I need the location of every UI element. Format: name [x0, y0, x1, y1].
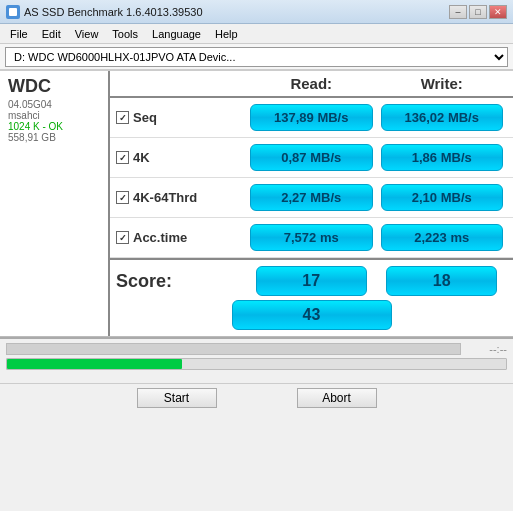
maximize-button[interactable]: □: [469, 5, 487, 19]
window-controls: – □ ✕: [449, 5, 507, 19]
bench-read-4k64thrd: 2,27 MB/s: [246, 182, 377, 213]
bench-read-seq: 137,89 MB/s: [246, 102, 377, 133]
main-area: WDC 04.05G04 msahci 1024 K - OK 558,91 G…: [0, 71, 513, 337]
sidebar-brand: WDC: [8, 77, 100, 97]
bench-label-acctime: ✓ Acc.time: [116, 230, 246, 245]
score-write-cell: 18: [377, 266, 508, 296]
checkbox-4k64thrd[interactable]: ✓: [116, 191, 129, 204]
sidebar-model: 04.05G04: [8, 99, 100, 110]
bench-row-4k: ✓ 4K 0,87 MB/s 1,86 MB/s: [110, 138, 513, 178]
bench-header-write: Write:: [377, 75, 508, 92]
title-text: AS SSD Benchmark 1.6.4013.39530: [24, 6, 203, 18]
bottom-bar: Start Abort: [0, 383, 513, 411]
bench-read-seq-value: 137,89 MB/s: [250, 104, 373, 131]
menu-bar: File Edit View Tools Language Help: [0, 24, 513, 44]
progress-row-top: --:--: [6, 343, 507, 355]
score-label: Score:: [116, 271, 246, 292]
bench-write-4k: 1,86 MB/s: [377, 142, 508, 173]
score-section: Score: 17 18 43: [110, 258, 513, 336]
bench-row-seq: ✓ Seq 137,89 MB/s 136,02 MB/s: [110, 98, 513, 138]
menu-tools[interactable]: Tools: [106, 27, 144, 41]
bench-header-read: Read:: [246, 75, 377, 92]
checkbox-seq[interactable]: ✓: [116, 111, 129, 124]
bench-write-acctime: 2,223 ms: [377, 222, 508, 253]
sidebar: WDC 04.05G04 msahci 1024 K - OK 558,91 G…: [0, 71, 110, 336]
abort-button[interactable]: Abort: [297, 388, 377, 408]
menu-view[interactable]: View: [69, 27, 105, 41]
progress-section: --:--: [0, 337, 513, 383]
bench-row-4k64thrd: ✓ 4K-64Thrd 2,27 MB/s 2,10 MB/s: [110, 178, 513, 218]
bench-write-seq: 136,02 MB/s: [377, 102, 508, 133]
bench-write-4k-value: 1,86 MB/s: [381, 144, 504, 171]
menu-file[interactable]: File: [4, 27, 34, 41]
bench-read-acctime: 7,572 ms: [246, 222, 377, 253]
app-icon: [6, 5, 20, 19]
sidebar-size: 558,91 GB: [8, 132, 100, 143]
bench-label-4k: ✓ 4K: [116, 150, 246, 165]
bench-label-seq: ✓ Seq: [116, 110, 246, 125]
svg-rect-0: [9, 8, 17, 16]
bench-read-acctime-value: 7,572 ms: [250, 224, 373, 251]
score-read-cell: 17: [246, 266, 377, 296]
bench-area: Read: Write: ✓ Seq 137,89 MB/s 136,02 MB…: [110, 71, 513, 336]
start-button[interactable]: Start: [137, 388, 217, 408]
progress-time: --:--: [467, 343, 507, 355]
menu-help[interactable]: Help: [209, 27, 244, 41]
bench-label-4k64thrd: ✓ 4K-64Thrd: [116, 190, 246, 205]
drive-selector-bar: D: WDC WD6000HLHX-01JPVO ATA Devic...: [0, 44, 513, 70]
title-bar: AS SSD Benchmark 1.6.4013.39530 – □ ✕: [0, 0, 513, 24]
bench-write-4k64thrd-value: 2,10 MB/s: [381, 184, 504, 211]
bench-read-4k64thrd-value: 2,27 MB/s: [250, 184, 373, 211]
checkbox-4k[interactable]: ✓: [116, 151, 129, 164]
bench-read-4k: 0,87 MB/s: [246, 142, 377, 173]
bench-write-4k64thrd: 2,10 MB/s: [377, 182, 508, 213]
bench-row-acctime: ✓ Acc.time 7,572 ms 2,223 ms: [110, 218, 513, 258]
drive-select[interactable]: D: WDC WD6000HLHX-01JPVO ATA Devic...: [5, 47, 508, 67]
progress-row-bottom: [6, 358, 507, 370]
menu-language[interactable]: Language: [146, 27, 207, 41]
menu-edit[interactable]: Edit: [36, 27, 67, 41]
score-total-value: 43: [232, 300, 392, 330]
sidebar-type: msahci: [8, 110, 100, 121]
score-write-value: 18: [386, 266, 497, 296]
progress-bar-bottom-fill: [7, 359, 182, 369]
checkbox-acctime[interactable]: ✓: [116, 231, 129, 244]
score-read-value: 17: [256, 266, 367, 296]
close-button[interactable]: ✕: [489, 5, 507, 19]
minimize-button[interactable]: –: [449, 5, 467, 19]
bench-write-seq-value: 136,02 MB/s: [381, 104, 504, 131]
progress-bar-bottom-container: [6, 358, 507, 370]
bench-write-acctime-value: 2,223 ms: [381, 224, 504, 251]
score-header-row: Score: 17 18: [110, 260, 513, 298]
bench-header-empty: [116, 75, 246, 92]
score-total-row: 43: [110, 298, 513, 336]
bench-read-4k-value: 0,87 MB/s: [250, 144, 373, 171]
progress-bar-top: [6, 343, 461, 355]
sidebar-status: 1024 K - OK: [8, 121, 100, 132]
bench-header: Read: Write:: [110, 71, 513, 98]
